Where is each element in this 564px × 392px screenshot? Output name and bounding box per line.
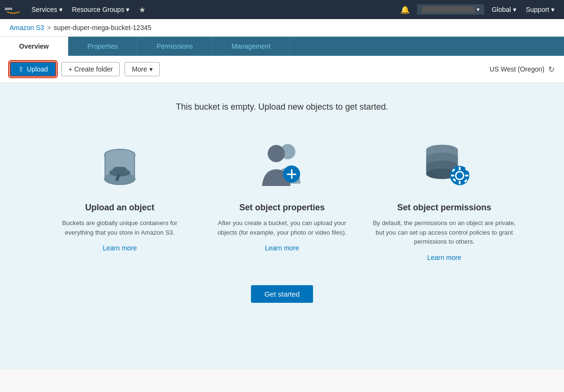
services-label: Services (31, 6, 57, 13)
tab-permissions[interactable]: Permissions (137, 37, 212, 56)
main-content: This bucket is empty. Upload new objects… (0, 83, 564, 369)
notification-bell-icon[interactable]: 🔔 (396, 5, 415, 14)
set-permissions-title: Set object permissions (397, 203, 491, 213)
support-chevron-icon: ▾ (551, 6, 554, 13)
breadcrumb: Amazon S3 > super-duper-mega-bucket-1234… (0, 19, 564, 37)
upload-object-title: Upload an object (85, 203, 154, 213)
svg-rect-13 (287, 174, 296, 175)
upload-object-icon (91, 136, 148, 193)
create-folder-label: + Create folder (68, 65, 113, 73)
svg-rect-7 (113, 167, 127, 174)
set-permissions-icon (416, 136, 473, 193)
upload-object-learn-more[interactable]: Learn more (103, 244, 137, 252)
svg-rect-24 (451, 175, 454, 176)
set-properties-title: Set object properties (239, 203, 324, 213)
more-label: More (132, 65, 147, 73)
svg-point-10 (268, 145, 285, 162)
services-chevron-icon: ▾ (59, 6, 63, 13)
pin-icon[interactable]: ★ (134, 5, 150, 14)
upload-label: Upload (27, 65, 48, 73)
account-label: ████ (422, 6, 475, 13)
aws-logo[interactable]: aws (5, 4, 22, 15)
breadcrumb-s3-link[interactable]: Amazon S3 (10, 24, 44, 31)
breadcrumb-separator: > (47, 24, 51, 31)
set-permissions-learn-more[interactable]: Learn more (427, 254, 461, 261)
set-properties-card: Set object properties After you create a… (210, 136, 354, 261)
empty-bucket-message: This bucket is empty. Upload new objects… (176, 102, 388, 112)
global-label: Global (491, 6, 511, 13)
top-navigation: aws Services ▾ Resource Groups ▾ ★ 🔔 ███… (0, 0, 564, 19)
more-button[interactable]: More ▾ (125, 62, 160, 76)
global-chevron-icon: ▾ (513, 6, 516, 13)
get-started-button[interactable]: Get started (251, 285, 313, 303)
svg-rect-23 (459, 181, 460, 184)
svg-rect-4 (104, 155, 105, 179)
resource-groups-chevron-icon: ▾ (126, 6, 129, 13)
svg-point-31 (458, 173, 462, 177)
feature-cards: Upload an object Buckets are globally un… (20, 136, 544, 261)
resource-groups-label: Resource Groups (72, 6, 125, 13)
upload-object-desc: Buckets are globally unique containers f… (48, 218, 191, 237)
create-folder-button[interactable]: + Create folder (61, 62, 120, 76)
tab-management[interactable]: Management (212, 37, 290, 56)
svg-rect-22 (459, 167, 460, 170)
support-label: Support (526, 6, 549, 13)
tab-overview[interactable]: Overview (0, 37, 68, 56)
more-chevron-icon: ▾ (149, 65, 153, 73)
tab-properties[interactable]: Properties (68, 37, 137, 56)
set-permissions-card: Set object permissions By default, the p… (373, 136, 516, 261)
region-label: US West (Oregon) (490, 65, 544, 73)
tabs-bar: Overview Properties Permissions Manageme… (0, 37, 564, 56)
resource-groups-menu[interactable]: Resource Groups ▾ (67, 0, 135, 19)
global-menu[interactable]: Global ▾ (487, 6, 521, 13)
account-menu[interactable]: ████ ▾ (417, 4, 484, 15)
refresh-icon[interactable]: ↻ (548, 65, 554, 74)
upload-object-card: Upload an object Buckets are globally un… (48, 136, 191, 261)
svg-text:aws: aws (5, 6, 12, 11)
set-properties-learn-more[interactable]: Learn more (265, 244, 299, 252)
svg-rect-25 (465, 175, 468, 176)
toolbar: ⇧ Upload + Create folder More ▾ US West … (0, 56, 564, 83)
upload-button[interactable]: ⇧ Upload (10, 62, 56, 77)
set-properties-desc: After you create a bucket, you can uploa… (210, 218, 354, 237)
support-menu[interactable]: Support ▾ (521, 6, 559, 13)
upload-icon: ⇧ (18, 65, 24, 73)
svg-rect-5 (134, 155, 135, 179)
region-display: US West (Oregon) ↻ (490, 65, 554, 74)
set-permissions-desc: By default, the permissions on an object… (373, 218, 516, 247)
services-menu[interactable]: Services ▾ (27, 0, 67, 19)
set-properties-icon (253, 136, 311, 193)
breadcrumb-bucket-name: super-duper-mega-bucket-12345 (54, 24, 152, 31)
account-chevron-icon: ▾ (477, 6, 480, 13)
